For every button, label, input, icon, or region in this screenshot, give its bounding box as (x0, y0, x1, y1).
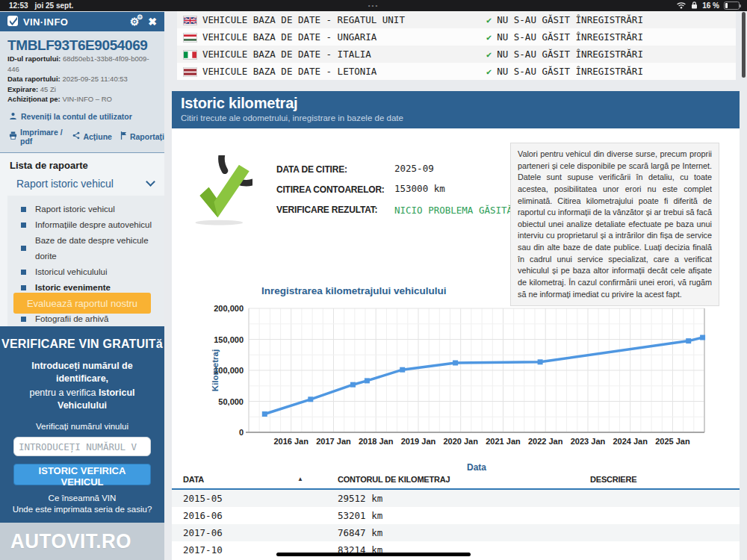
row-km: 29512 km (338, 493, 382, 504)
mileage-disclaimer: Valori pentru vehicul din diverse surse,… (510, 143, 719, 306)
vin-summary-block: TMBLF93T6E9054069 ID-ul raportului: 68d5… (0, 31, 164, 108)
free-vin-check-panel: VERIFICARE VIN GRATUITă Introduceți numă… (0, 326, 164, 523)
svg-text:2022 Jan: 2022 Jan (528, 437, 563, 446)
row-date: 2017-06 (183, 527, 223, 538)
mileage-table-header: DATA ▲ CONTORUL DE KILOMETRAJ DESCRIERE (172, 470, 740, 490)
chart-title: Inregistrarea kilometrajului vehiculului (261, 285, 447, 296)
vertical-scrollbar[interactable] (742, 12, 746, 78)
reading-date-label: DATA DE CITIRE: (276, 164, 347, 175)
person-icon (9, 112, 17, 122)
db-row-label: VEHICULE BAZA DE DATE - LETONIA (202, 66, 376, 77)
row-date: 2016-06 (183, 510, 223, 521)
bullet-icon (21, 207, 26, 212)
flag-hungary-icon (183, 33, 196, 41)
verification-result-label: VERIFICARE REZULTAT: (276, 205, 377, 215)
sidebar-item-informatii[interactable]: Informațiile despre autovehicul (7, 217, 158, 233)
bullet-icon (21, 285, 26, 290)
table-row: 2016-06 53201 km (172, 507, 740, 524)
row-date: 2015-05 (183, 493, 223, 504)
svg-text:2019 Jan: 2019 Jan (401, 437, 436, 446)
settings-gear-icon[interactable]: ⚙⚙ (130, 16, 140, 27)
free-check-line1: Introduceți numărul de identificare, (18, 360, 146, 385)
svg-text:2017 Jan: 2017 Jan (316, 437, 351, 446)
verification-result-value: NICIO PROBLEMA GĂSITĂ (394, 203, 518, 217)
db-row-uk: VEHICULE BAZA DE DATE - REGATUL UNIT ✔NU… (177, 11, 736, 28)
svg-text:2016 Jan: 2016 Jan (273, 437, 309, 446)
db-row-italy: VEHICULE BAZA DE DATE - ITALIA ✔NU S-AU … (177, 46, 736, 63)
check-icon: ✔ (486, 15, 492, 25)
db-row-status: ✔NU S-AU GĂSIT ÎNREGISTRĂRI (486, 66, 643, 77)
table-row: 2015-05 29512 km (172, 490, 740, 507)
report-id-line: ID-ul raportului: 68d50eb1-33b8-4f09-b00… (7, 54, 157, 74)
check-vehicle-history-button[interactable]: ISTORIC VEFIRICA VEHICUL (13, 464, 151, 485)
db-row-hungary: VEHICULE BAZA DE DATE - UNGARIA ✔NU S-AU… (177, 28, 736, 46)
col-header-description[interactable]: DESCRIERE (590, 475, 636, 484)
free-check-title: VERIFICARE VIN GRATUITă (0, 337, 164, 351)
check-icon: ✔ (486, 49, 492, 60)
where-is-vin-link[interactable]: Unde este imprimata seria de sasiu? (0, 505, 164, 514)
database-check-rows: VEHICULE BAZA DE DATE - REGATUL UNIT ✔NU… (177, 11, 736, 80)
db-row-status: ✔NU S-AU GĂSIT ÎNREGISTRĂRI (486, 31, 643, 43)
ios-status-bar: 12:53 joi 25 sept. ••• 16 % (0, 0, 747, 11)
free-check-line2: pentru a verifica Istoricul Vehiculului (19, 387, 145, 412)
table-row: 2017-06 76847 km (172, 524, 740, 541)
db-row-label: VEHICULE BAZA DE DATE - UNGARIA (202, 31, 376, 43)
odometer-value: 153000 km (394, 183, 445, 194)
sidebar-item-istoricul-vehiculului[interactable]: Istoricul vehiculului (7, 264, 158, 280)
flag-italy-icon (183, 50, 196, 58)
svg-text:0: 0 (239, 428, 244, 437)
expiry-line: Expirare: 45 Zi (7, 84, 157, 95)
sidebar-header: VIN·INFO ⚙⚙ ✖ (0, 12, 164, 31)
db-row-label: VEHICULE BAZA DE DATE - ITALIA (202, 49, 371, 60)
db-row-latvia: VEHICULE BAZA DE DATE - LETONIA ✔NU S-AU… (177, 63, 736, 80)
printer-icon (9, 131, 17, 141)
svg-text:2020 Jan: 2020 Jan (443, 437, 478, 446)
svg-text:Kilometraj: Kilometraj (211, 349, 220, 391)
svg-text:2021 Jan: 2021 Jan (486, 437, 521, 446)
home-indicator[interactable] (276, 553, 471, 556)
brand-name: VIN·INFO (23, 16, 68, 28)
check-icon: ✔ (486, 32, 492, 43)
close-icon[interactable]: ✖ (148, 16, 157, 28)
svg-text:200,000: 200,000 (214, 304, 244, 313)
report-flag-button[interactable]: Raportați (120, 131, 164, 141)
share-action-button[interactable]: Acțiune (72, 131, 112, 141)
print-pdf-button[interactable]: Imprimare / pdf (9, 128, 64, 146)
report-date-line: Data raportului: 2025-09-25 11:40:53 (7, 74, 157, 84)
report-sidebar: VIN·INFO ⚙⚙ ✖ TMBLF93T6E9054069 ID-ul ra… (0, 11, 164, 560)
account-link[interactable]: Reveniți la contul de utilizator (0, 108, 164, 122)
sidebar-item-raport-istoric[interactable]: Raport istoric vehicul (7, 202, 158, 217)
multitask-ellipsis-icon: ••• (0, 2, 747, 9)
svg-text:2024 Jan: 2024 Jan (613, 437, 648, 446)
bullet-icon (21, 223, 26, 228)
row-km: 76847 km (338, 527, 382, 538)
big-check-icon (188, 155, 252, 227)
flag-icon (120, 131, 127, 141)
vin-input-label: Verificați numărul vinului (0, 422, 164, 431)
report-main-area: VEHICULE BAZA DE DATE - REGATUL UNIT ✔NU… (164, 11, 747, 560)
sidebar-footer: AUTOVIT.RO (0, 523, 164, 560)
vin-search-input[interactable] (13, 437, 151, 456)
row-km: 53201 km (338, 510, 382, 521)
report-type-dropdown[interactable]: Raport istoric vehicul (0, 171, 164, 196)
page-title: Istoric kilometraj (181, 95, 731, 112)
what-is-vin-link[interactable]: Ce înseamnă VIN (0, 494, 164, 503)
reading-date-value: 2025-09 (394, 163, 434, 174)
mileage-chart: 050,000100,000150,000200,0002016 Jan2017… (172, 296, 740, 476)
bullet-icon (21, 246, 26, 251)
sidebar-item-baze-de-date[interactable]: Baze de date despre vehicule dorite (7, 233, 158, 264)
flag-uk-icon (183, 16, 196, 24)
rate-report-button[interactable]: Evaluează raportul nostru (13, 293, 151, 314)
svg-text:2018 Jan: 2018 Jan (359, 437, 394, 446)
col-header-data[interactable]: DATA (183, 475, 204, 484)
chevron-down-icon (146, 177, 155, 187)
db-row-label: VEHICULE BAZA DE DATE - REGATUL UNIT (202, 14, 405, 25)
vininfo-logo-icon (7, 16, 19, 28)
autovit-logo: AUTOVIT.RO (10, 529, 131, 554)
sort-ascending-icon[interactable]: ▲ (297, 476, 303, 482)
reports-list-title: Lista de rapoarte (0, 160, 164, 171)
flag-latvia-icon (183, 67, 196, 75)
col-header-odometer[interactable]: CONTORUL DE KILOMETRAJ (338, 475, 450, 484)
svg-text:150,000: 150,000 (214, 335, 244, 344)
row-date: 2017-10 (183, 544, 223, 556)
